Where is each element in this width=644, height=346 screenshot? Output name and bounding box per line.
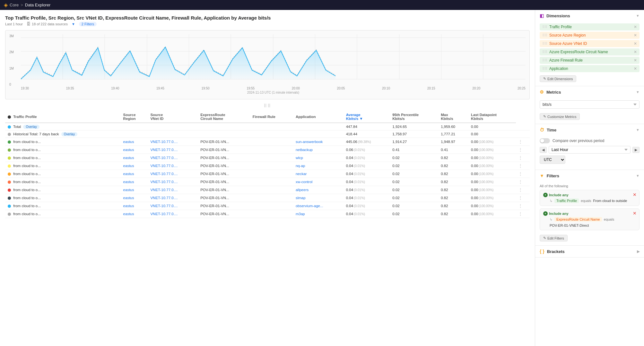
cell-firewall [250, 162, 293, 170]
customize-metrics-button[interactable]: ✎ Customize Metrics [540, 113, 580, 120]
filters-content: All of the following + Include any ↳ Tra… [535, 181, 644, 245]
metrics-select[interactable]: bits/s packets/s flows/s [540, 100, 640, 109]
drag-handle[interactable]: ⠿⠿ [5, 103, 530, 108]
y-label-1m: 1M [9, 67, 21, 70]
dim-item-traffic-profile[interactable]: ⠿⠿ Traffic Profile ✕ [540, 23, 640, 30]
cell-source-vnet: VNET-10.77.0.... [148, 154, 198, 162]
cell-max: 0.82 [438, 154, 468, 162]
dim-close-5[interactable]: ✕ [634, 58, 637, 63]
col-expressroute[interactable]: ExpressRouteCircuit Name [198, 111, 250, 123]
cell-expressroute: POV-ER-01-VN... [198, 170, 250, 178]
dim-close-3[interactable]: ✕ [634, 41, 637, 46]
cell-p95: 0.02 [390, 210, 438, 218]
cell-average: 0.04(0.01%) [344, 186, 390, 194]
cell-source-region: eastus [121, 210, 148, 218]
dim-label-source-azure-region: Source Azure Region [549, 33, 631, 38]
cell-more[interactable]: ⋮ [516, 178, 530, 186]
dim-item-source-azure-region[interactable]: ⠿⠿ Source Azure Region ✕ [540, 32, 640, 39]
cell-more[interactable]: ⋮ [516, 194, 530, 202]
compare-toggle[interactable] [540, 138, 550, 143]
dim-item-source-azure-vnet[interactable]: ⠿⠿ Source Azure VNet ID ✕ [540, 40, 640, 47]
timezone-select[interactable]: UTC Local [540, 156, 565, 164]
metrics-icon: ⚙ [540, 89, 544, 95]
dim-item-firewall[interactable]: ⠿⠿ Azure Firewall Rule ✕ [540, 57, 640, 64]
cell-p95: 1,758.97 [390, 131, 438, 138]
col-source-vnet[interactable]: SourceVNet ID [148, 111, 198, 123]
dim-label-application: Application [549, 66, 631, 71]
cell-max: 1,959.60 [438, 123, 468, 131]
cell-traffic-profile: from cloud to o... [5, 138, 121, 146]
time-forward-button[interactable]: ▶ [632, 147, 640, 153]
cell-more[interactable]: ⋮ [516, 146, 530, 154]
filter-close-2[interactable]: ✕ [633, 211, 637, 216]
dim-close-1[interactable]: ✕ [634, 25, 637, 29]
col-traffic-profile[interactable]: Traffic Profile [5, 111, 121, 123]
dim-label-firewall: Azure Firewall Rule [549, 58, 631, 63]
cell-more[interactable]: ⋮ [516, 186, 530, 194]
dim-item-application[interactable]: ⠿⠿ Application ✕ [540, 65, 640, 72]
time-header[interactable]: ⏱ Time ▼ [535, 124, 644, 136]
edit-dimensions-button[interactable]: ✎ Edit Dimensions [540, 75, 576, 82]
time-period-select[interactable]: Last Hour Last 6 Hours Last 24 Hours Las… [549, 146, 631, 154]
drag-dots-1: ⠿⠿ [542, 25, 547, 29]
customize-icon: ✎ [543, 114, 546, 119]
cell-more [516, 123, 530, 131]
filters-section: ▼ Filters ▼ All of the following + Inclu… [535, 170, 644, 246]
cell-p95: 0.02 [390, 170, 438, 178]
cell-application: xw-control [293, 178, 344, 186]
cell-more[interactable]: ⋮ [516, 138, 530, 146]
time-title: Time [547, 128, 556, 132]
time-back-button[interactable]: ◀ [540, 147, 547, 153]
cell-application [293, 131, 344, 138]
customize-metrics-label: Customize Metrics [547, 115, 576, 119]
col-average[interactable]: AverageKbits/s ▼ [344, 111, 390, 123]
dimensions-header[interactable]: ◧ Dimensions ▼ [535, 10, 644, 21]
filter-equals-1: equals [581, 199, 591, 203]
data-sources-info: 🗄 18 of 222 data sources [27, 22, 68, 26]
dim-close-4[interactable]: ✕ [634, 50, 637, 54]
col-application[interactable]: Application [293, 111, 344, 123]
filter-tag-traffic-profile[interactable]: Traffic Profile [554, 198, 579, 203]
cell-p95: 1,924.65 [390, 123, 438, 131]
filter-close-1[interactable]: ✕ [633, 192, 637, 197]
cell-expressroute: POV-ER-01-VN... [198, 178, 250, 186]
col-p95[interactable]: 95th PercentileKbits/s [390, 111, 438, 123]
edit-icon: ✎ [543, 77, 546, 81]
cell-more[interactable]: ⋮ [516, 202, 530, 210]
filter-include-icon-1: + [543, 193, 548, 197]
cell-source-region [121, 123, 148, 131]
col-firewall[interactable]: Firewall Rule [250, 111, 293, 123]
filters-badge[interactable]: 2 Filters [79, 22, 97, 26]
dim-close-6[interactable]: ✕ [634, 66, 637, 71]
cell-expressroute: POV-ER-01-VN... [198, 194, 250, 202]
cell-expressroute: POV-ER-01-VN... [198, 146, 250, 154]
cell-expressroute: POV-ER-01-VN... [198, 202, 250, 210]
cell-more[interactable]: ⋮ [516, 154, 530, 162]
dim-item-expressroute[interactable]: ⠿⠿ Azure ExpressRoute Circuit Name ✕ [540, 48, 640, 55]
col-max[interactable]: MaxKbits/s [438, 111, 468, 123]
dim-close-2[interactable]: ✕ [634, 33, 637, 38]
brackets-header[interactable]: { } Brackets ▶ [535, 246, 644, 257]
col-source-region[interactable]: SourceRegion [121, 111, 148, 123]
cell-more[interactable]: ⋮ [516, 170, 530, 178]
filter-indent-arrow-2: ↳ [550, 217, 553, 222]
edit-filters-button[interactable]: ✎ Edit Filters [540, 235, 568, 241]
col-last[interactable]: Last DatapointKbits/s [468, 111, 516, 123]
cell-firewall [250, 210, 293, 218]
metrics-header[interactable]: ⚙ Metrics ▼ [535, 86, 644, 98]
cell-max: 1,948.97 [438, 138, 468, 146]
cell-more[interactable]: ⋮ [516, 210, 530, 218]
filter-tag-expressroute[interactable]: ExpressRoute Circuit Name [554, 217, 602, 222]
cell-traffic-profile: from cloud to o... [5, 178, 121, 186]
cell-average: 0.04(0.01%) [344, 178, 390, 186]
filter-include-1: + Include any [543, 193, 636, 197]
filters-icon: ▼ [540, 173, 544, 178]
cell-application [293, 123, 344, 131]
cell-firewall [250, 202, 293, 210]
cell-source-region: eastus [121, 202, 148, 210]
filters-header[interactable]: ▼ Filters ▼ [535, 170, 644, 181]
nav-core-link[interactable]: Core [10, 3, 19, 7]
cell-p95: 1,914.27 [390, 138, 438, 146]
cell-more[interactable]: ⋮ [516, 162, 530, 170]
cell-max: 0.82 [438, 170, 468, 178]
